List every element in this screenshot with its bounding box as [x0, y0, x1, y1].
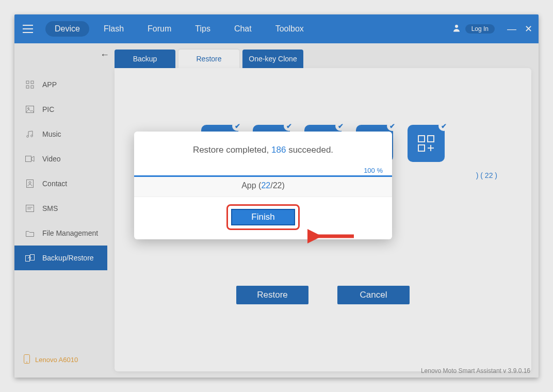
window-controls: — ✕ [507, 24, 532, 34]
video-icon [24, 156, 36, 162]
nav-flash[interactable]: Flash [94, 21, 133, 37]
sidebar-item-label: Music [42, 130, 61, 138]
svg-point-7 [27, 136, 29, 138]
svg-point-6 [28, 108, 29, 109]
finish-button[interactable]: Finish [231, 209, 295, 225]
svg-point-8 [31, 135, 33, 137]
nav-tips[interactable]: Tips [186, 21, 220, 37]
device-name: Lenovo A6010 [35, 356, 78, 364]
svg-rect-17 [418, 136, 425, 142]
tile-app[interactable] [408, 125, 445, 162]
check-icon [232, 121, 242, 131]
check-icon [387, 121, 397, 131]
folder-icon [24, 230, 36, 237]
check-icon [335, 121, 346, 131]
user-icon[interactable] [452, 23, 461, 35]
sidebar-item-app[interactable]: APP [14, 72, 107, 97]
nav-chat[interactable]: Chat [225, 21, 261, 37]
svg-rect-14 [30, 255, 35, 260]
finish-highlight: Finish [226, 204, 300, 230]
top-bar: Device Flash Forum Tips Chat Toolbox Log… [14, 14, 539, 43]
sidebar-item-label: APP [42, 80, 57, 89]
footer-version: Lenovo Moto Smart Assistant v 3.9.0.16 [421, 367, 530, 374]
svg-rect-1 [26, 81, 29, 84]
svg-rect-12 [26, 205, 34, 212]
svg-point-0 [455, 25, 458, 28]
svg-rect-13 [26, 256, 30, 262]
device-label: Lenovo A6010 [14, 348, 107, 378]
menu-icon[interactable] [21, 22, 35, 36]
svg-rect-3 [26, 86, 29, 88]
music-icon [24, 130, 36, 138]
sidebar-item-label: File Management [42, 229, 98, 237]
image-icon [24, 106, 36, 113]
tabs: Backup Restore One-key Clone [115, 50, 531, 68]
contact-icon [24, 179, 36, 188]
grid-icon [24, 80, 36, 89]
progress-label: App (22/22) [134, 177, 392, 197]
restore-modal: Restore completed, 186 succeeded. 100 % … [134, 132, 392, 239]
tab-backup[interactable]: Backup [115, 50, 175, 68]
tab-restore[interactable]: Restore [178, 50, 239, 68]
sidebar-item-label: SMS [42, 204, 58, 213]
check-icon [284, 121, 294, 131]
panel-buttons: Restore Cancel [115, 286, 531, 304]
sidebar: ← APP PIC Music Video [14, 43, 107, 378]
sidebar-item-sms[interactable]: SMS [14, 196, 107, 221]
minimize-icon[interactable]: — [507, 24, 516, 34]
top-nav: Device Flash Forum Tips Chat Toolbox [45, 21, 313, 37]
nav-forum[interactable]: Forum [138, 21, 181, 37]
sidebar-item-label: PIC [42, 105, 54, 113]
svg-rect-19 [418, 145, 425, 151]
sms-icon [24, 205, 36, 212]
svg-point-16 [26, 362, 27, 363]
nav-device[interactable]: Device [45, 21, 89, 37]
nav-toolbox[interactable]: Toolbox [266, 21, 313, 37]
sidebar-item-music[interactable]: Music [14, 122, 107, 146]
annotation-arrow-icon [307, 226, 359, 247]
modal-message: Restore completed, 186 succeeded. [134, 145, 392, 155]
login-button[interactable]: Log In [465, 24, 495, 34]
backup-icon [24, 254, 36, 262]
restore-button[interactable]: Restore [236, 286, 308, 304]
sidebar-item-contact[interactable]: Contact [14, 171, 107, 196]
progress-bar [134, 175, 392, 177]
svg-rect-4 [31, 86, 34, 88]
svg-rect-18 [428, 136, 434, 142]
sidebar-item-video[interactable]: Video [14, 146, 107, 171]
sidebar-item-label: Backup/Restore [42, 254, 94, 262]
progress-percent: 100 % [134, 167, 392, 174]
phone-icon [24, 354, 30, 365]
close-icon[interactable]: ✕ [525, 24, 532, 34]
svg-rect-5 [26, 106, 34, 113]
sidebar-item-label: Video [42, 155, 61, 163]
sidebar-item-label: Contact [42, 179, 67, 188]
check-icon [438, 121, 449, 131]
tab-onekeyclone[interactable]: One-key Clone [242, 50, 303, 68]
sidebar-item-backup-restore[interactable]: Backup/Restore [14, 246, 107, 270]
sidebar-item-pic[interactable]: PIC [14, 97, 107, 122]
sidebar-item-filemgmt[interactable]: File Management [14, 221, 107, 246]
svg-point-11 [29, 182, 31, 184]
svg-rect-2 [31, 81, 34, 84]
cancel-button[interactable]: Cancel [337, 286, 410, 304]
tile-app-count: ) ( 22 ) [476, 171, 497, 179]
svg-rect-9 [26, 156, 31, 162]
